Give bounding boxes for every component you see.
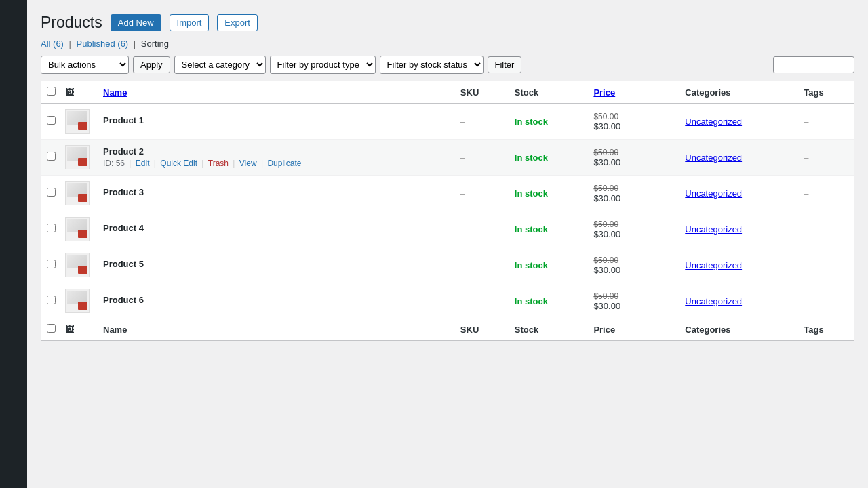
price-original: $50.00 — [593, 291, 671, 301]
row-checkbox[interactable] — [47, 296, 56, 304]
sku-value: – — [460, 296, 465, 306]
price-sort-link[interactable]: Price — [593, 87, 615, 98]
price-sale: $30.00 — [593, 265, 671, 275]
stock-status: In stock — [515, 152, 548, 163]
price-footer: Price — [587, 319, 678, 341]
name-header[interactable]: Name — [96, 81, 454, 104]
product-sku-cell: – — [454, 247, 508, 283]
sku-value: – — [460, 224, 465, 235]
row-checkbox-cell — [41, 140, 59, 176]
sku-value: – — [460, 152, 465, 163]
price-sale: $30.00 — [593, 229, 671, 239]
select-all-checkbox[interactable] — [47, 87, 56, 96]
bulk-actions-select[interactable]: Bulk actions — [41, 56, 129, 74]
quick-edit-link[interactable]: Quick Edit — [160, 159, 197, 168]
product-price-cell: $50.00$30.00 — [587, 104, 678, 140]
table-row: Product 5–In stock$50.00$30.00Uncategori… — [41, 247, 854, 283]
product-sku-cell: – — [454, 283, 508, 319]
view-published[interactable]: Published (6) — [77, 39, 129, 49]
category-link[interactable]: Uncategorized — [685, 296, 742, 306]
export-button[interactable]: Export — [217, 14, 258, 31]
product-categories-cell: Uncategorized — [678, 176, 797, 211]
product-thumbnail — [65, 109, 90, 134]
row-checkbox[interactable] — [47, 260, 56, 268]
product-sku-cell: – — [454, 104, 508, 140]
add-new-button[interactable]: Add New — [111, 14, 161, 31]
table-row: Product 1–In stock$50.00$30.00Uncategori… — [41, 104, 854, 140]
category-link[interactable]: Uncategorized — [685, 260, 742, 270]
row-checkbox[interactable] — [47, 224, 56, 232]
table-row: Product 3–In stock$50.00$30.00Uncategori… — [41, 176, 854, 211]
product-name-link[interactable]: Product 5 — [103, 259, 144, 269]
category-link[interactable]: Uncategorized — [685, 224, 742, 235]
duplicate-action: Duplicate — [267, 159, 301, 168]
product-price-cell: $50.00$30.00 — [587, 140, 678, 176]
apply-button[interactable]: Apply — [133, 56, 170, 73]
select-all-header — [41, 81, 59, 104]
price-sale: $30.00 — [593, 157, 671, 167]
product-thumbnail — [65, 181, 90, 205]
product-thumbnail — [65, 289, 90, 313]
name-sort-link[interactable]: Name — [103, 87, 127, 98]
product-stock-cell: In stock — [508, 176, 587, 211]
product-thumb-cell — [58, 247, 96, 283]
product-thumb-cell — [58, 140, 96, 176]
search-box — [773, 56, 854, 73]
product-thumb-cell — [58, 211, 96, 247]
stock-status-filter-select[interactable]: Filter by stock status — [380, 56, 484, 74]
product-categories-cell: Uncategorized — [678, 247, 797, 283]
product-price-cell: $50.00$30.00 — [587, 283, 678, 319]
price-header[interactable]: Price — [587, 81, 678, 104]
product-stock-cell: In stock — [508, 104, 587, 140]
row-checkbox[interactable] — [47, 152, 56, 161]
product-name-link[interactable]: Product 1 — [103, 115, 144, 125]
edit-link[interactable]: Edit — [136, 159, 150, 168]
view-link[interactable]: View — [239, 159, 257, 168]
search-input[interactable] — [773, 56, 854, 73]
product-name-link[interactable]: Product 6 — [103, 295, 144, 305]
view-all[interactable]: All (6) — [41, 39, 64, 49]
table-row: Product 2 ID: 56 | Edit | Quick Edit | T… — [41, 140, 854, 176]
product-name-link[interactable]: Product 3 — [103, 187, 144, 197]
price-sale: $30.00 — [593, 301, 671, 311]
sku-value: – — [460, 188, 465, 199]
product-thumb-cell — [58, 176, 96, 211]
category-filter-select[interactable]: Select a category — [174, 56, 266, 74]
product-thumbnail — [65, 217, 90, 241]
trash-link[interactable]: Trash — [208, 159, 229, 168]
select-all-footer — [41, 319, 59, 341]
row-checkbox[interactable] — [47, 116, 56, 125]
category-link[interactable]: Uncategorized — [685, 152, 742, 163]
category-link[interactable]: Uncategorized — [685, 188, 742, 199]
import-button[interactable]: Import — [170, 14, 210, 31]
product-name-cell: Product 4 — [96, 211, 454, 247]
filter-button[interactable]: Filter — [488, 56, 522, 73]
product-name-cell: Product 2 ID: 56 | Edit | Quick Edit | T… — [96, 140, 454, 176]
tags-footer: Tags — [797, 319, 854, 341]
product-name-link[interactable]: Product 2 — [103, 146, 144, 157]
product-name-cell: Product 6 — [96, 283, 454, 319]
view-sorting: Sorting — [141, 39, 169, 49]
product-stock-cell: In stock — [508, 283, 587, 319]
product-categories-cell: Uncategorized — [678, 283, 797, 319]
edit-action: Edit — [136, 159, 150, 168]
row-checkbox-cell — [41, 176, 59, 211]
table-row: Product 6–In stock$50.00$30.00Uncategori… — [41, 283, 854, 319]
product-thumb-cell — [58, 283, 96, 319]
stock-status: In stock — [515, 188, 548, 199]
table-header-row: 🖼 Name SKU Stock Price Categories Tags — [41, 81, 854, 104]
category-link[interactable]: Uncategorized — [685, 117, 742, 127]
product-name-link[interactable]: Product 4 — [103, 223, 144, 233]
row-checkbox[interactable] — [47, 188, 56, 197]
row-checkbox-cell — [41, 104, 59, 140]
sku-footer: SKU — [454, 319, 508, 341]
select-all-footer-checkbox[interactable] — [47, 324, 56, 333]
product-thumb-cell — [58, 104, 96, 140]
product-price-cell: $50.00$30.00 — [587, 176, 678, 211]
duplicate-link[interactable]: Duplicate — [267, 159, 301, 168]
tags-value: – — [804, 188, 808, 199]
stock-status: In stock — [515, 260, 548, 270]
sku-value: – — [460, 260, 465, 270]
quick-edit-action: Quick Edit — [160, 159, 197, 168]
product-type-filter-select[interactable]: Filter by product type — [270, 56, 376, 74]
